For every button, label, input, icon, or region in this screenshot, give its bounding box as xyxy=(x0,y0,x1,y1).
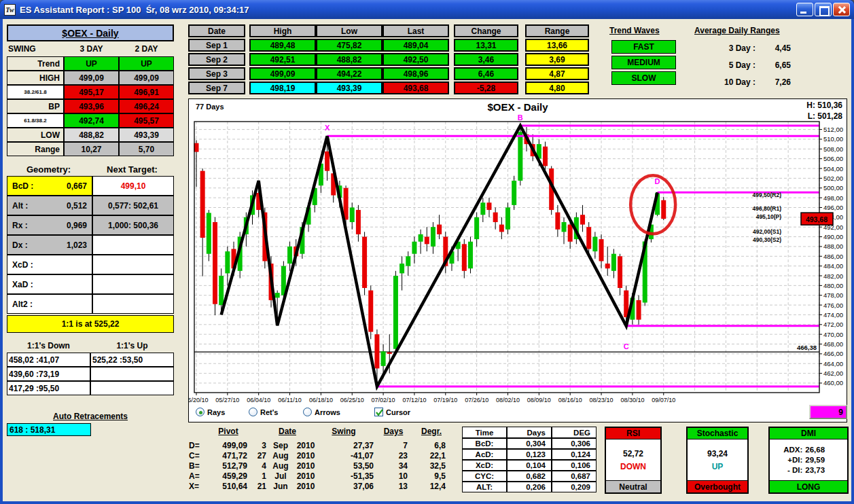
swing-column-headers: SWING 3 DAY 2 DAY xyxy=(7,44,174,56)
pivot-year: 2010 xyxy=(292,461,319,471)
next-target-value: 1,000: 500,36 xyxy=(92,215,174,235)
hll-data-row: 489,48475,82489,04 xyxy=(249,39,449,52)
svg-text:462,00: 462,00 xyxy=(823,370,843,377)
svg-text:488,00: 488,00 xyxy=(823,242,843,250)
next-target-value xyxy=(92,255,174,274)
swing-2day-value: 495,57 xyxy=(119,113,174,128)
one-to-one-down-value: 458,02 :41,07 xyxy=(7,353,90,367)
corner-value-box[interactable]: 9 xyxy=(809,405,847,419)
svg-text:X: X xyxy=(325,124,330,132)
svg-text:493,68: 493,68 xyxy=(806,215,828,223)
adr-value: 7,26 xyxy=(755,77,791,87)
svg-text:05/27/10: 05/27/10 xyxy=(215,397,239,403)
pivot-day: 3 xyxy=(251,441,269,451)
one-to-one-down-value: 439,60 :73,19 xyxy=(7,367,90,381)
svg-text:07/02/10: 07/02/10 xyxy=(372,397,395,403)
pivot-row-name: C= xyxy=(189,451,207,461)
time-header: Time xyxy=(462,427,507,438)
price-chart[interactable]: 466,38XBCD499,50(R2)496,80(R1)495,10(P)4… xyxy=(189,99,847,422)
titlebar[interactable]: Tw ES Assistant Report : SP 100 Śr, 08 w… xyxy=(0,0,854,19)
svg-text:486,00: 486,00 xyxy=(823,253,843,260)
time-deg-value: 0,106 xyxy=(552,460,597,471)
pivot-degr: 6,8 xyxy=(416,441,448,451)
pivot-degr: 32,5 xyxy=(416,461,448,471)
swing-row-label: LOW xyxy=(7,128,64,142)
date-cell: Sep 7 xyxy=(188,82,245,94)
time-days-header: Days xyxy=(507,427,552,438)
geometry-row: XcD : xyxy=(7,255,92,274)
adr-value: 4,45 xyxy=(755,43,791,53)
geometry-row-label: Dx : xyxy=(12,240,28,250)
stochastic-value: 93,24 xyxy=(707,449,728,458)
radio-rays[interactable]: Rays xyxy=(196,408,225,416)
trend-waves-label: Trend Waves xyxy=(609,26,660,35)
geometry-row-label: BcD : xyxy=(12,181,33,191)
change-cell: 13,31 xyxy=(454,39,518,52)
swing-table: TrendUPUPHIGH499,09499,0938.2/61.8495,17… xyxy=(7,56,174,156)
pivot-year: 2010 xyxy=(292,451,319,461)
svg-text:D: D xyxy=(655,177,660,185)
next-target-value: 0,577: 502,61 xyxy=(92,196,174,215)
swing-row-label: Trend xyxy=(7,56,64,71)
days-count-label: 77 Days xyxy=(196,103,224,111)
swing-row-label: 61.8/38.2 xyxy=(7,113,64,128)
checkbox-cursor[interactable]: Cursor xyxy=(374,408,410,416)
pivot-month: Aug xyxy=(269,451,292,461)
hll-data-row: 492,51488,82492,50 xyxy=(249,53,449,66)
stochastic-direction: UP xyxy=(712,462,724,471)
rsi-direction: DOWN xyxy=(620,462,646,471)
pivot-row-name: B= xyxy=(189,461,207,471)
app-icon: Tw xyxy=(4,4,16,16)
svg-text:466,00: 466,00 xyxy=(823,350,843,357)
maximize-button[interactable] xyxy=(815,3,832,16)
geometry-headers: Geometry: Next Target: xyxy=(7,164,174,175)
pivot-degr: 9,5 xyxy=(416,471,448,482)
geometry-row-value: 0,667 xyxy=(67,181,87,191)
svg-text:506,00: 506,00 xyxy=(823,155,843,162)
stochastic-panel: Stochastic 93,24 UP Overbought xyxy=(686,427,749,494)
radio-arrows[interactable]: Arrows xyxy=(303,408,340,416)
svg-text:512,00: 512,00 xyxy=(823,126,843,133)
geometry-row-value: 1,023 xyxy=(67,240,87,250)
range-cell: 4,87 xyxy=(525,67,589,80)
swing-3day-value: 10,27 xyxy=(64,142,119,156)
svg-text:496,80(R1): 496,80(R1) xyxy=(752,205,781,212)
adr-row: 10 Day :7,26 xyxy=(696,77,791,87)
geometry-table: BcD :0,667499,10Alt :0,5120,577: 502,61R… xyxy=(7,176,174,314)
ones-up-header: 1:1's Up xyxy=(90,341,174,350)
svg-text:490,00: 490,00 xyxy=(823,233,843,240)
trend-wave-button-medium[interactable]: MEDIUM xyxy=(611,56,676,69)
pdi-label: +DI: xyxy=(777,456,805,464)
pdi-value: 29,59 xyxy=(805,456,840,464)
time-days-value: 0,104 xyxy=(507,460,552,471)
swing-2day-value: 496,91 xyxy=(119,85,174,99)
svg-text:476,00: 476,00 xyxy=(823,302,843,309)
svg-text:508,00: 508,00 xyxy=(823,145,843,153)
radio-icon xyxy=(196,408,204,416)
swing-header: Swing xyxy=(319,427,368,436)
checkbox-label: Cursor xyxy=(386,408,410,416)
svg-text:495,10(P): 495,10(P) xyxy=(756,213,781,220)
svg-text:466,38: 466,38 xyxy=(797,344,817,351)
geometry-row-value: 0,969 xyxy=(67,221,87,230)
date-cell: Sep 1 xyxy=(188,39,245,52)
minimize-button[interactable] xyxy=(796,3,813,16)
change-cell: 3,46 xyxy=(454,53,518,66)
high-cell: 498,19 xyxy=(249,82,316,94)
date-cell: Sep 3 xyxy=(188,67,245,80)
svg-text:480,00: 480,00 xyxy=(823,282,843,289)
radio-rets[interactable]: Ret's xyxy=(249,408,278,416)
date-header: Date xyxy=(258,427,317,436)
close-button[interactable] xyxy=(833,3,850,16)
pivot-year: 2010 xyxy=(292,471,319,482)
session-low: L: 501,28 xyxy=(806,111,842,122)
pivot-value: 459,29 xyxy=(207,471,251,482)
adr-label: Average Daily Ranges xyxy=(694,26,780,35)
geometry-row-label: Rx : xyxy=(12,221,28,230)
trend-wave-button-fast[interactable]: FAST xyxy=(611,40,676,54)
chart-panel[interactable]: 466,38XBCD499,50(R2)496,80(R1)495,10(P)4… xyxy=(188,98,847,422)
trend-wave-button-slow[interactable]: SLOW xyxy=(611,71,676,85)
geometry-row: Dx :1,023 xyxy=(7,235,92,255)
range-header: Range xyxy=(525,24,589,37)
change-cell: -5,28 xyxy=(454,82,518,94)
